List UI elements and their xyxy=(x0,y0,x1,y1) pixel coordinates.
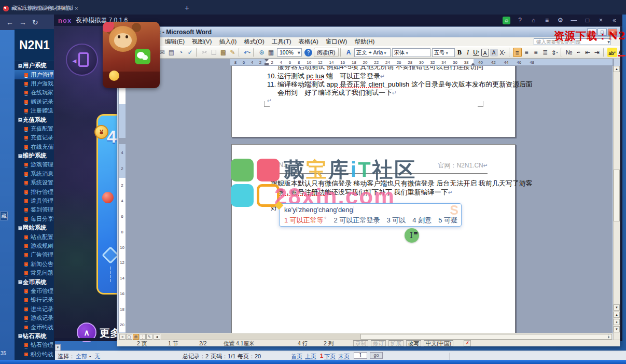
char-scale-icon[interactable]: X xyxy=(498,48,507,57)
toolbar-separator[interactable] xyxy=(196,48,199,57)
line-spacing-icon[interactable]: ⇕ xyxy=(550,48,559,57)
align-right-icon[interactable]: ≡ xyxy=(532,48,540,57)
toolbar-separator[interactable] xyxy=(561,48,563,57)
underline-button[interactable]: U xyxy=(472,49,480,56)
right-indent-marker[interactable] xyxy=(471,63,475,65)
sidebar-scroll-down-icon[interactable]: ▼ xyxy=(55,344,61,351)
bold-button[interactable]: B xyxy=(456,49,464,57)
align-center-icon[interactable]: ≡ xyxy=(522,48,531,57)
print-preview-icon[interactable]: ◔ xyxy=(176,48,185,57)
status-toggle-overtype[interactable]: 改写 xyxy=(406,340,421,346)
menu-item[interactable]: 插入(I) xyxy=(219,38,237,46)
app-store-icon[interactable]: ☺ xyxy=(503,17,510,24)
zoom-combo[interactable]: 100% xyxy=(277,48,302,57)
new-tab-button[interactable]: + xyxy=(185,3,189,12)
forward-icon[interactable]: → xyxy=(19,18,26,26)
refresh-icon[interactable]: ↻ xyxy=(32,18,38,26)
font-size-combo[interactable]: 五号 xyxy=(432,48,455,57)
decrease-indent-icon[interactable]: ⇤ xyxy=(583,48,592,57)
sidebar-item[interactable]: − › 钻石系统 xyxy=(15,332,55,341)
toolbar-separator[interactable] xyxy=(239,48,241,57)
vertical-ruler[interactable]: 42 2468101214161820 xyxy=(119,66,126,333)
sidebar-item[interactable]: − › 系统设置 xyxy=(15,178,55,187)
sidebar-item[interactable]: − › 钻石管理 xyxy=(15,341,55,349)
toolbar-separator[interactable] xyxy=(509,48,511,57)
paste-icon[interactable]: ▩ xyxy=(219,48,228,57)
sidebar-item[interactable]: − › 金币约战 xyxy=(15,323,55,331)
sidebar-item[interactable]: − › 站点配置 xyxy=(15,232,55,241)
align-left-icon[interactable]: ≡ xyxy=(513,48,522,57)
ime-candidate[interactable]: 2 可以正常登录 xyxy=(334,216,380,225)
word-help-icon[interactable]: ? xyxy=(304,49,312,57)
menu-item[interactable]: 窗口(W) xyxy=(326,38,347,46)
toolbar-separator[interactable] xyxy=(603,48,606,57)
toolbar-separator[interactable] xyxy=(253,48,256,57)
insert-hyperlink-icon[interactable]: ⊛ xyxy=(257,48,266,57)
ime-prev-icon[interactable]: ‹ xyxy=(444,217,447,223)
sidebar-item[interactable]: − › 游戏记录 xyxy=(15,314,55,323)
read-mode-button[interactable]: 阅读(R) xyxy=(314,48,339,57)
highlight-icon[interactable]: ab xyxy=(607,48,617,57)
first-line-indent-marker[interactable] xyxy=(265,59,269,62)
font-color-icon[interactable]: A xyxy=(618,48,625,57)
italic-button[interactable]: I xyxy=(464,49,472,57)
home-icon[interactable]: ⌂ xyxy=(530,17,537,24)
undo-icon[interactable]: ↶ xyxy=(243,48,252,57)
ime-candidate[interactable]: 3 可以 xyxy=(386,216,406,225)
browser-tab[interactable]: n2n1.cn管理后台 - 网站后台管... × xyxy=(0,2,81,15)
bullet-list-icon[interactable]: •≡ xyxy=(574,48,583,57)
sidebar-item[interactable]: − › 赠送记录 xyxy=(15,97,55,106)
status-language[interactable]: 中文(中国) xyxy=(424,340,453,346)
ime-candidate[interactable]: 1 可以正常等✧ xyxy=(284,216,327,225)
styles-pane-icon[interactable]: A xyxy=(344,48,353,57)
sidebar-item[interactable]: − › 新闻公告 xyxy=(15,260,55,269)
select-all-link[interactable]: 全部 xyxy=(76,353,87,360)
last-page-link[interactable]: 末页 xyxy=(338,353,350,360)
insert-table-icon[interactable]: ▦ xyxy=(267,48,275,57)
hscroll-thumb[interactable] xyxy=(360,334,608,340)
sidebar-item[interactable]: − › 充值记录 xyxy=(15,133,55,142)
sidebar-item[interactable]: − › 签到管理 xyxy=(15,205,55,214)
sidebar-item[interactable]: − › 用户管理 xyxy=(15,70,55,79)
sidebar-item[interactable]: − › 广告管理 xyxy=(15,250,55,259)
close-icon[interactable]: × xyxy=(597,17,605,24)
outline-view-icon[interactable]: ⋮ xyxy=(140,334,146,340)
ime-candidate[interactable]: 4 刻意 xyxy=(412,216,432,225)
spellcheck-status-icon[interactable]: ✗ xyxy=(464,340,471,346)
print-view-icon[interactable]: ▤ xyxy=(133,334,139,340)
sidebar-item[interactable]: − › 道具管理 xyxy=(15,197,55,205)
first-page-link[interactable]: 首页 xyxy=(291,353,302,360)
scroll-up-icon[interactable]: ▲ xyxy=(614,66,620,72)
page-jump-input[interactable]: 1 xyxy=(354,352,367,359)
justify-icon[interactable]: ≣ xyxy=(541,48,550,57)
menu-item[interactable]: 工具(T) xyxy=(272,38,291,46)
sidebar-item[interactable]: − › 游戏规则 xyxy=(15,242,55,250)
sidebar-item[interactable]: − › 金币管理 xyxy=(15,287,55,296)
sidebar-item[interactable]: − › 网站系统 xyxy=(15,223,55,232)
spelling-icon[interactable]: ✓ xyxy=(186,48,194,57)
sidebar-item[interactable]: − › 维护系统 xyxy=(15,151,55,160)
left-indent-marker[interactable] xyxy=(265,63,269,65)
vscroll-thumb[interactable] xyxy=(614,170,620,221)
sidebar-item[interactable]: − › 常见问题 xyxy=(15,269,55,277)
maximize-icon[interactable]: □ xyxy=(583,17,591,24)
help-icon[interactable]: ? xyxy=(516,17,524,24)
floating-game-banner[interactable] xyxy=(103,22,160,88)
sidebar-item[interactable]: − › 用户系统 xyxy=(15,61,55,70)
sidebar-item[interactable]: − › 排行管理 xyxy=(15,187,55,196)
minimize-icon[interactable]: — xyxy=(570,17,578,24)
numbered-list-icon[interactable]: № xyxy=(565,48,574,57)
sidebar-item[interactable]: − › 系统消息 xyxy=(15,170,55,178)
wechat-icon[interactable] xyxy=(135,49,150,64)
menu-item[interactable]: 表格(A) xyxy=(299,38,318,46)
settings-icon[interactable]: ⚙ xyxy=(557,17,564,24)
go-button[interactable]: go xyxy=(370,352,383,359)
sidebar-item[interactable]: − › 游戏管理 xyxy=(15,160,55,169)
status-toggle-extend[interactable]: 扩展 xyxy=(388,340,404,346)
select-none-link[interactable]: 无 xyxy=(94,353,100,360)
next-page-link[interactable]: 下页 xyxy=(324,353,336,360)
cut-icon[interactable]: ✂ xyxy=(200,48,209,57)
vertical-scrollbar[interactable]: ▲ ▼ ▲ ● ▼ xyxy=(613,66,620,340)
sidebar-item[interactable]: − › 积分约战 xyxy=(15,350,55,359)
menu-item[interactable]: 编辑(E) xyxy=(165,38,185,46)
